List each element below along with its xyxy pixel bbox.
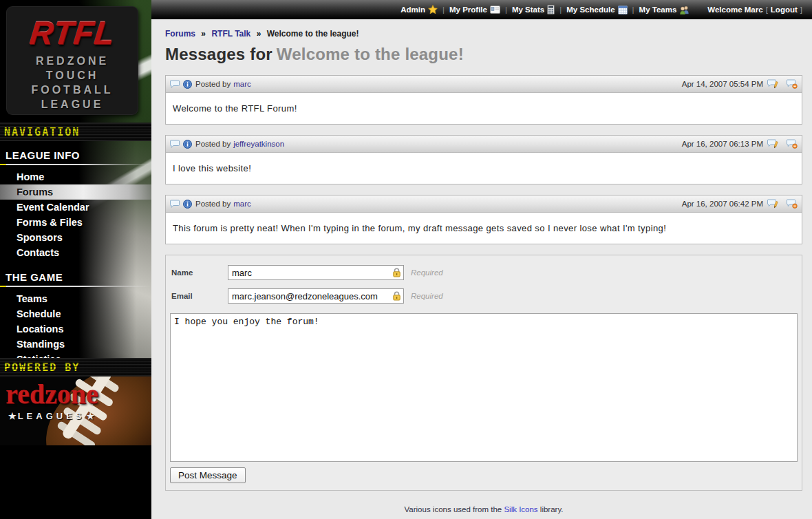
topbar-my-teams-link[interactable]: My Teams [639, 6, 690, 14]
footer-text: Various icons used from the [405, 505, 502, 513]
menu-heading-league-info: LEAGUE INFO [0, 148, 151, 161]
message-post: Posted by jeffreyatkinson Apr 16, 2007 0… [165, 135, 802, 184]
info-icon[interactable] [183, 140, 192, 149]
message-header: Posted by jeffreyatkinson Apr 16, 2007 0… [166, 136, 802, 153]
sidebar-item-locations[interactable]: Locations [0, 321, 151, 337]
message-date: Apr 16, 2007 06:13 PM [682, 140, 763, 148]
vcard-icon [490, 6, 500, 14]
post-message-button[interactable]: Post Message [170, 467, 246, 483]
comment-edit-icon[interactable] [767, 139, 779, 149]
message-textarea[interactable]: I hope you enjoy the forum! [170, 313, 798, 462]
sidebar: RTFL REDZONE TOUCH FOOTBALL LEAGUE NAVIG… [0, 0, 151, 519]
breadcrumb: Forums » RTFL Talk » Welcome to the leag… [165, 29, 802, 39]
heading-rule [0, 164, 151, 165]
app-window: RTFL REDZONE TOUCH FOOTBALL LEAGUE NAVIG… [0, 0, 812, 519]
leagues-logo-text: ★LEAGUES★ [7, 411, 96, 421]
lock-icon [392, 291, 401, 301]
comment-delete-icon[interactable] [787, 199, 798, 209]
topbar-separator: | [632, 6, 634, 14]
topbar: Admin | My Profile | My Stats | My Sched… [151, 0, 812, 19]
rtfl-logo[interactable]: RTFL REDZONE TOUCH FOOTBALL LEAGUE [7, 7, 138, 114]
comment-icon [170, 80, 180, 88]
logo-line: TOUCH [7, 68, 138, 83]
topbar-my-profile-link[interactable]: My Profile [449, 6, 500, 14]
heading-rule [0, 286, 151, 287]
logo-line: REDZONE [7, 54, 138, 68]
footer-text: library. [540, 505, 564, 513]
rtfl-logo-title: RTFL [6, 17, 140, 49]
comment-delete-icon[interactable] [787, 139, 798, 149]
name-input[interactable] [228, 265, 404, 280]
posted-by-label: Posted by [195, 200, 231, 208]
author-link[interactable]: jeffreyatkinson [233, 140, 284, 148]
message-body: This forum is pretty neat! When I'm typi… [166, 213, 802, 244]
footer: Various icons used from the Silk Icons l… [165, 502, 802, 519]
calendar-icon [618, 6, 628, 14]
my-profile-label: My Profile [449, 6, 487, 14]
message-header: Posted by marc Apr 14, 2007 05:54 PM [166, 76, 802, 93]
lock-icon [392, 268, 401, 277]
my-teams-label: My Teams [639, 6, 677, 14]
comment-edit-icon[interactable] [767, 199, 779, 209]
info-icon[interactable] [183, 200, 192, 209]
sidebar-item-home[interactable]: Home [0, 169, 151, 184]
menu-heading-the-game: THE GAME [0, 270, 151, 283]
powered-by-band: POWERED BY [0, 358, 151, 377]
comment-delete-icon[interactable] [787, 79, 798, 89]
comment-edit-icon[interactable] [767, 79, 779, 89]
topbar-logout-link[interactable]: Logout [771, 6, 798, 14]
breadcrumb-forums-link[interactable]: Forums [165, 29, 195, 39]
topbar-separator: | [442, 6, 445, 14]
rtfl-logo-subtitle: REDZONE TOUCH FOOTBALL LEAGUE [7, 54, 138, 112]
comment-icon [170, 140, 180, 148]
redzone-leagues-logo[interactable]: redzone ★LEAGUES★ [0, 377, 151, 445]
comment-icon [170, 200, 180, 208]
sidebar-item-sponsors[interactable]: Sponsors [0, 230, 151, 245]
group-icon [679, 6, 690, 14]
sidebar-item-schedule[interactable]: Schedule [0, 306, 151, 321]
email-row: Email Required [170, 284, 798, 308]
redzone-logo-text: redzone [6, 381, 98, 408]
navigation-band: NAVIGATION [0, 123, 151, 141]
breadcrumb-rtfl-talk-link[interactable]: RTFL Talk [211, 29, 250, 39]
topbar-my-stats-link[interactable]: My Stats [512, 5, 555, 14]
page-title-topic: Welcome to the league! [277, 45, 464, 63]
sidebar-item-standings[interactable]: Standings [0, 337, 151, 352]
message-header: Posted by marc Apr 16, 2007 06:42 PM [166, 195, 802, 213]
my-stats-label: My Stats [512, 6, 544, 14]
author-link[interactable]: marc [233, 80, 251, 88]
email-label: Email [171, 292, 228, 300]
page-title: Messages forWelcome to the league! [165, 45, 802, 64]
message-post: Posted by marc Apr 16, 2007 06:42 PM Thi… [165, 195, 802, 244]
topbar-separator: | [505, 6, 507, 14]
sidebar-item-teams[interactable]: Teams [0, 291, 151, 306]
star-glyph: ★ [8, 411, 17, 421]
message-post: Posted by marc Apr 14, 2007 05:54 PM Wel… [165, 75, 802, 125]
breadcrumb-current: Welcome to the league! [267, 29, 359, 39]
star-icon [428, 5, 438, 14]
name-row: Name Required [170, 261, 798, 284]
info-icon[interactable] [183, 80, 192, 89]
sidebar-item-contacts[interactable]: Contacts [0, 245, 151, 260]
sidebar-item-forums[interactable]: Forums [0, 184, 151, 200]
topbar-admin-link[interactable]: Admin [400, 5, 438, 14]
required-label: Required [411, 268, 443, 277]
message-body: I love this website! [166, 153, 802, 184]
breadcrumb-separator: » [201, 29, 206, 39]
silk-icons-link[interactable]: Silk Icons [504, 505, 537, 513]
logout-bracket: ] [800, 6, 802, 14]
message-date: Apr 14, 2007 05:54 PM [682, 80, 763, 88]
my-schedule-label: My Schedule [566, 6, 615, 14]
topbar-separator: | [559, 6, 562, 14]
email-input[interactable] [228, 288, 404, 304]
footer-line-icons: Various icons used from the Silk Icons l… [165, 502, 802, 518]
sidebar-item-event-calendar[interactable]: Event Calendar [0, 200, 151, 215]
admin-label: Admin [400, 6, 425, 14]
topbar-my-schedule-link[interactable]: My Schedule [566, 6, 627, 14]
logo-line: FOOTBALL [7, 83, 138, 97]
message-date: Apr 16, 2007 06:42 PM [682, 200, 763, 208]
logout-bracket: [ [766, 6, 768, 14]
sidebar-item-forms-files[interactable]: Forms & Files [0, 215, 151, 230]
required-label: Required [411, 292, 443, 300]
author-link[interactable]: marc [233, 200, 251, 208]
